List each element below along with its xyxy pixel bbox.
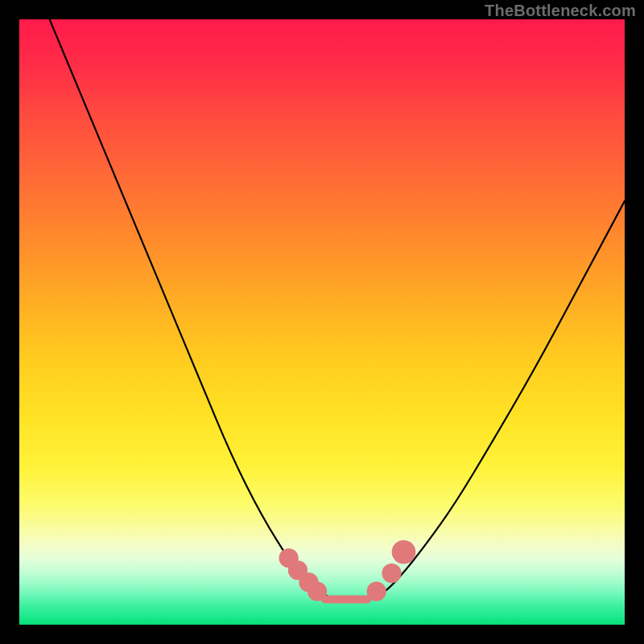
- plot-area: [19, 19, 625, 625]
- curve-marker: [367, 582, 386, 601]
- chart-svg: [19, 19, 625, 625]
- curve-markers: [279, 540, 416, 601]
- curve-marker: [382, 564, 401, 583]
- curve-marker: [308, 582, 327, 601]
- curve-marker: [392, 540, 416, 564]
- bottleneck-curve: [50, 19, 625, 601]
- chart-stage: TheBottleneck.com: [0, 0, 644, 644]
- watermark-text: TheBottleneck.com: [485, 2, 636, 20]
